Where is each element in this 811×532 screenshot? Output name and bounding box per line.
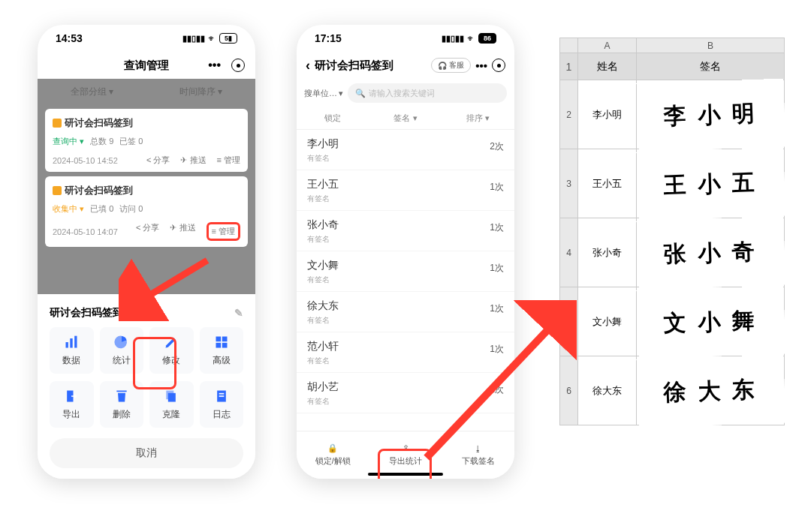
card-title: 研讨会扫码签到 xyxy=(53,184,240,197)
push-button[interactable]: ✈ 推送 xyxy=(180,155,206,166)
total-count: 已填 0 xyxy=(90,203,113,215)
export-icon xyxy=(64,389,79,404)
sheet-title: 研讨会扫码签到 xyxy=(50,306,123,320)
row-header[interactable]: 6 xyxy=(560,356,578,425)
status-badge[interactable]: 收集中 ▾ xyxy=(53,203,84,215)
filter-sort[interactable]: 时间降序 ▾ xyxy=(146,86,255,98)
svg-rect-8 xyxy=(167,390,174,399)
target-icon[interactable] xyxy=(231,59,245,72)
done-count: 访问 0 xyxy=(119,203,143,215)
row-header[interactable]: 5 xyxy=(560,287,578,356)
name-cell[interactable]: 徐大东 xyxy=(578,356,637,425)
svg-rect-0 xyxy=(66,342,68,348)
signature-cell[interactable]: 徐 大 东 xyxy=(635,353,785,428)
signature-cell[interactable]: 文 小 舞 xyxy=(635,284,785,359)
signature-cell[interactable]: 王 小 五 xyxy=(635,146,785,221)
tile-export[interactable]: 导出 xyxy=(50,381,94,428)
status-right: ▮▮▯▮▮ ᯤ 86 xyxy=(442,33,496,44)
timestamp: 2024-05-10 14:52 xyxy=(53,156,118,165)
card-title: 研讨会扫码签到 xyxy=(53,116,240,130)
status-time: 14:53 xyxy=(56,32,83,44)
row-header[interactable]: 4 xyxy=(560,218,578,287)
name-cell[interactable]: 文小舞 xyxy=(578,287,637,356)
list-item[interactable]: 徐大东有签名 1次 xyxy=(297,292,514,332)
upload-icon: ⇪ xyxy=(402,443,409,453)
timestamp: 2024-05-10 14:07 xyxy=(53,227,118,236)
tile-advanced[interactable]: 高级 xyxy=(200,327,244,374)
tab-sign[interactable]: 签名 ▾ xyxy=(369,113,442,124)
status-bar: 17:15 ▮▮▯▮▮ ᯤ 86 xyxy=(297,25,514,52)
share-button[interactable]: < 分享 xyxy=(146,155,170,166)
header-name-cell[interactable]: 姓名 xyxy=(578,53,637,80)
svg-rect-4 xyxy=(222,336,228,341)
row-header[interactable]: 2 xyxy=(560,80,578,149)
more-icon[interactable]: ••• xyxy=(475,59,487,72)
svg-rect-11 xyxy=(219,395,224,397)
name-cell[interactable]: 张小奇 xyxy=(578,218,637,287)
pie-chart-icon xyxy=(114,335,129,350)
list-item[interactable]: 王小五有签名 1次 xyxy=(297,170,514,211)
tab-lock[interactable]: 锁定 xyxy=(297,113,369,124)
tile-edit[interactable]: 修改 xyxy=(149,327,194,374)
customer-service-button[interactable]: 🎧客服 xyxy=(431,58,471,73)
phone-signin-list: 17:15 ▮▮▯▮▮ ᯤ 86 ‹ 研讨会扫码签到 🎧客服 ••• 搜单位… … xyxy=(297,25,514,479)
filter-bar: 全部分组 ▾ 时间降序 ▾ xyxy=(38,79,255,104)
tile-stats[interactable]: 统计 xyxy=(100,327,144,374)
action-sheet: 研讨会扫码签到 ✎ 数据 统计 修改 xyxy=(38,296,255,479)
record-card[interactable]: 研讨会扫码签到 查询中 ▾ 总数 9 已签 0 2024-05-10 14:52… xyxy=(45,109,248,172)
result-list[interactable]: 李小明有签名 2次 王小五有签名 1次 张小奇有签名 1次 文小舞有签名 1次 … xyxy=(297,130,514,413)
target-icon[interactable] xyxy=(492,59,505,72)
pencil-icon xyxy=(164,335,179,350)
status-bar: 14:53 ▮▮▯▮▮ ᯤ 5▮ xyxy=(38,25,255,52)
tab-sort[interactable]: 排序 ▾ xyxy=(442,113,514,124)
unit-select[interactable]: 搜单位… ▾ xyxy=(304,88,343,99)
share-button[interactable]: < 分享 xyxy=(136,222,159,241)
edit-icon[interactable]: ✎ xyxy=(234,307,243,319)
manage-button[interactable]: ≡ 管理 xyxy=(217,155,240,166)
header-sig-cell[interactable]: 签名 xyxy=(637,53,785,80)
download-sign-button[interactable]: ⭳ 下载签名 xyxy=(442,431,514,479)
name-cell[interactable]: 李小明 xyxy=(578,80,637,149)
search-placeholder: 请输入搜索关键词 xyxy=(369,88,435,99)
name-cell[interactable]: 王小五 xyxy=(578,149,637,218)
nav-bar: ‹ 研讨会扫码签到 🎧客服 ••• xyxy=(297,52,514,79)
cancel-button[interactable]: 取消 xyxy=(50,438,243,468)
record-card[interactable]: 研讨会扫码签到 收集中 ▾ 已填 0 访问 0 2024-05-10 14:07… xyxy=(45,176,248,247)
svg-rect-3 xyxy=(216,336,221,341)
tile-data[interactable]: 数据 xyxy=(50,327,94,374)
status-time: 17:15 xyxy=(315,32,342,44)
list-item[interactable]: 胡小艺有签名 1次 xyxy=(297,373,514,413)
back-icon[interactable]: ‹ xyxy=(306,58,310,74)
list-item[interactable]: 范小轩有签名 1次 xyxy=(297,332,514,373)
done-count: 已签 0 xyxy=(119,136,143,147)
headset-icon: 🎧 xyxy=(438,62,447,70)
list-item[interactable]: 文小舞有签名 1次 xyxy=(297,251,514,292)
signature-cell[interactable]: 李 小 明 xyxy=(635,77,785,152)
doc-icon xyxy=(53,186,62,195)
row-header[interactable]: 1 xyxy=(560,53,578,80)
filter-group[interactable]: 全部分组 ▾ xyxy=(38,86,146,98)
export-stats-button[interactable]: ⇪ 导出统计 xyxy=(369,431,442,479)
list-item[interactable]: 张小奇有签名 1次 xyxy=(297,211,514,251)
lock-button[interactable]: 🔒 锁定/解锁 xyxy=(297,431,369,479)
list-item[interactable]: 李小明有签名 2次 xyxy=(297,130,514,170)
tile-clone[interactable]: 克隆 xyxy=(149,381,194,428)
signature-cell[interactable]: 张 小 奇 xyxy=(635,215,785,290)
svg-rect-5 xyxy=(216,342,221,347)
bottom-toolbar: 🔒 锁定/解锁 ⇪ 导出统计 ⭳ 下载签名 xyxy=(297,431,514,479)
tile-log[interactable]: 日志 xyxy=(200,381,244,428)
download-icon: ⭳ xyxy=(474,444,482,453)
more-icon[interactable]: ••• xyxy=(208,59,221,72)
filter-tabs: 锁定 签名 ▾ 排序 ▾ xyxy=(297,107,514,130)
lock-icon: 🔒 xyxy=(327,443,338,453)
signal-icon: ▮▮▯▮▮ xyxy=(442,34,464,44)
tile-delete[interactable]: 删除 xyxy=(100,381,144,428)
col-header-a[interactable]: A xyxy=(578,38,637,53)
manage-button[interactable]: ≡ 管理 xyxy=(207,222,240,241)
search-input[interactable]: 🔍 请输入搜索关键词 xyxy=(348,83,507,103)
status-badge[interactable]: 查询中 ▾ xyxy=(53,136,84,147)
search-icon: 🔍 xyxy=(355,89,366,98)
row-header[interactable]: 3 xyxy=(560,149,578,218)
push-button[interactable]: ✈ 推送 xyxy=(170,222,195,241)
col-header-b[interactable]: B xyxy=(637,38,785,53)
